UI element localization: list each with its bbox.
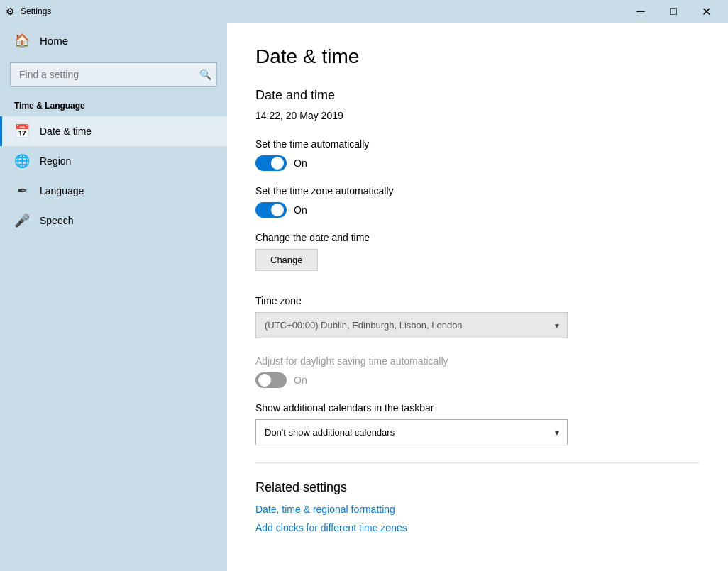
- date-time-icon: 📅: [14, 123, 30, 139]
- maximize-button[interactable]: □: [657, 0, 690, 23]
- change-button[interactable]: Change: [255, 249, 318, 271]
- section-divider: [255, 462, 700, 463]
- app-title: Settings: [21, 6, 51, 16]
- additional-cal-setting: Show additional calendars in the taskbar…: [255, 402, 700, 445]
- additional-cal-dropdown-wrap: Don't show additional calendars ▾: [255, 419, 568, 445]
- sidebar-item-language[interactable]: ✒ Language: [0, 176, 227, 206]
- title-bar-left: ⚙ Settings: [6, 6, 51, 17]
- change-datetime-label: Change the date and time: [255, 232, 700, 243]
- daylight-setting: Adjust for daylight saving time automati…: [255, 355, 700, 388]
- related-link-clocks[interactable]: Add clocks for different time zones: [255, 522, 700, 533]
- timezone-label: Time zone: [255, 295, 700, 306]
- sidebar-item-label-language: Language: [40, 185, 84, 196]
- speech-icon: 🎤: [14, 213, 30, 228]
- timezone-select[interactable]: (UTC+00:00) Dublin, Edinburgh, Lisbon, L…: [255, 312, 568, 338]
- sidebar-item-label-date-time: Date & time: [40, 126, 92, 137]
- auto-timezone-label: Set the time zone automatically: [255, 185, 700, 196]
- search-input[interactable]: [10, 62, 217, 87]
- auto-time-toggle[interactable]: [255, 155, 287, 171]
- sidebar-item-date-time[interactable]: 📅 Date & time: [0, 116, 227, 146]
- minimize-button[interactable]: ─: [624, 0, 657, 23]
- sidebar-item-label-speech: Speech: [40, 215, 73, 226]
- sidebar-section-title: Time & Language: [0, 98, 227, 116]
- daylight-toggle[interactable]: [255, 372, 287, 388]
- sidebar-search-container: 🔍: [10, 62, 217, 87]
- auto-timezone-setting: Set the time zone automatically On: [255, 185, 700, 218]
- current-datetime: 14:22, 20 May 2019: [255, 110, 700, 121]
- title-bar: ⚙ Settings ─ □ ✕: [0, 0, 728, 23]
- additional-cal-select[interactable]: Don't show additional calendars: [255, 419, 568, 445]
- auto-time-value: On: [294, 157, 307, 169]
- auto-time-label: Set the time automatically: [255, 138, 700, 150]
- auto-time-toggle-row: On: [255, 155, 700, 171]
- page-title: Date & time: [255, 45, 700, 68]
- daylight-label: Adjust for daylight saving time automati…: [255, 355, 700, 367]
- sidebar-item-label-region: Region: [40, 155, 71, 167]
- timezone-dropdown-wrap: (UTC+00:00) Dublin, Edinburgh, Lisbon, L…: [255, 312, 568, 338]
- settings-app-icon: ⚙: [6, 6, 15, 17]
- auto-timezone-value: On: [294, 204, 307, 216]
- daylight-value: On: [294, 375, 307, 386]
- sidebar-item-region[interactable]: 🌐 Region: [0, 146, 227, 176]
- auto-timezone-toggle[interactable]: [255, 202, 287, 218]
- region-icon: 🌐: [14, 153, 30, 169]
- language-icon: ✒: [14, 183, 30, 199]
- search-icon: 🔍: [199, 69, 211, 80]
- related-link-formatting[interactable]: Date, time & regional formatting: [255, 504, 700, 515]
- timezone-setting: Time zone (UTC+00:00) Dublin, Edinburgh,…: [255, 295, 700, 338]
- change-datetime-setting: Change the date and time Change: [255, 232, 700, 271]
- window-controls: ─ □ ✕: [624, 0, 722, 23]
- daylight-toggle-row: On: [255, 372, 700, 388]
- section-date-time-title: Date and time: [255, 88, 700, 103]
- additional-cal-label: Show additional calendars in the taskbar: [255, 402, 700, 414]
- app-body: 🏠 Home 🔍 Time & Language 📅 Date & time 🌐…: [0, 23, 728, 571]
- related-settings-title: Related settings: [255, 480, 700, 495]
- sidebar-item-home[interactable]: 🏠 Home: [0, 23, 227, 58]
- close-button[interactable]: ✕: [690, 0, 722, 23]
- home-label: Home: [40, 35, 68, 47]
- main-content: Date & time Date and time 14:22, 20 May …: [227, 23, 728, 571]
- auto-timezone-toggle-row: On: [255, 202, 700, 218]
- auto-time-setting: Set the time automatically On: [255, 138, 700, 171]
- home-icon: 🏠: [14, 33, 30, 48]
- sidebar-item-speech[interactable]: 🎤 Speech: [0, 206, 227, 235]
- sidebar: 🏠 Home 🔍 Time & Language 📅 Date & time 🌐…: [0, 23, 227, 571]
